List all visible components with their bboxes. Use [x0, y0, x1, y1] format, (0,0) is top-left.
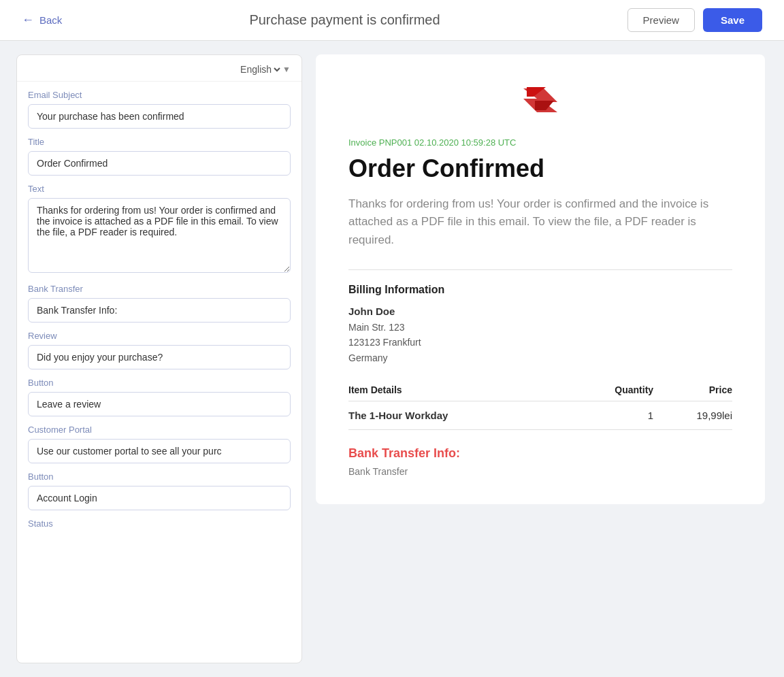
email-subject-field: Email Subject — [17, 82, 301, 129]
email-logo — [348, 82, 732, 116]
table-row: The 1-Hour Workday 1 19,99lei — [348, 401, 732, 430]
billing-address-line3: Germany — [348, 350, 732, 365]
item-qty: 1 — [568, 401, 653, 430]
item-price: 19,99lei — [653, 401, 732, 430]
back-arrow-icon: ← — [22, 13, 34, 27]
chevron-down-icon: ▼ — [282, 65, 291, 74]
customer-portal-field: Customer Portal — [17, 416, 301, 463]
customer-portal-input[interactable] — [28, 439, 291, 463]
invoice-reference: Invoice PNP001 02.10.2020 10:59:28 UTC — [348, 137, 732, 148]
email-body: Thanks for ordering from us! Your order … — [348, 195, 732, 249]
title-input[interactable] — [28, 151, 291, 176]
billing-section: Billing Information John Doe Main Str. 1… — [348, 269, 732, 365]
email-subject-label: Email Subject — [28, 90, 291, 100]
brand-logo-icon — [520, 82, 561, 116]
status-field: Status — [17, 510, 301, 529]
button-review-input[interactable] — [28, 392, 291, 416]
page-title: Purchase payment is confirmed — [249, 12, 440, 28]
bank-transfer-input[interactable] — [28, 298, 291, 323]
bank-transfer-field: Bank Transfer — [17, 276, 301, 323]
right-panel: Invoice PNP001 02.10.2020 10:59:28 UTC O… — [302, 54, 768, 663]
review-field: Review — [17, 323, 301, 369]
left-panel: English ▼ Email Subject Title Text Thank… — [16, 54, 302, 663]
button-account-label: Button — [28, 472, 291, 482]
topbar: ← Back Purchase payment is confirmed Pre… — [0, 0, 784, 41]
item-name: The 1-Hour Workday — [348, 401, 568, 430]
billing-title: Billing Information — [348, 284, 732, 296]
button-account-field: Button — [17, 463, 301, 510]
topbar-actions: Preview Save — [627, 8, 762, 32]
back-button[interactable]: ← Back — [22, 13, 62, 27]
text-textarea[interactable]: Thanks for ordering from us! Your order … — [28, 198, 291, 273]
bank-transfer-label: Bank Transfer — [28, 284, 291, 294]
billing-address: Main Str. 123 123123 Frankfurt Germany — [348, 320, 732, 365]
review-input[interactable] — [28, 345, 291, 369]
language-selector[interactable]: English ▼ — [17, 55, 301, 82]
button-review-field: Button — [17, 369, 301, 416]
bank-transfer-title: Bank Transfer Info: — [348, 446, 732, 461]
email-subject-input[interactable] — [28, 104, 291, 129]
status-label: Status — [28, 518, 291, 529]
col-quantity: Quantity — [568, 379, 653, 401]
billing-address-line2: 123123 Frankfurt — [348, 335, 732, 350]
title-field: Title — [17, 129, 301, 176]
email-main-title: Order Confirmed — [348, 154, 732, 183]
save-button[interactable]: Save — [703, 8, 762, 32]
billing-name: John Doe — [348, 306, 732, 317]
preview-button[interactable]: Preview — [627, 8, 695, 32]
col-item-details: Item Details — [348, 379, 568, 401]
col-price: Price — [653, 379, 732, 401]
email-preview-card: Invoice PNP001 02.10.2020 10:59:28 UTC O… — [316, 54, 765, 504]
items-table: Item Details Quantity Price The 1-Hour W… — [348, 379, 732, 430]
button-account-input[interactable] — [28, 486, 291, 510]
back-label: Back — [39, 14, 62, 26]
button-review-label: Button — [28, 378, 291, 388]
text-field: Text Thanks for ordering from us! Your o… — [17, 176, 301, 276]
language-dropdown[interactable]: English — [238, 63, 282, 76]
customer-portal-label: Customer Portal — [28, 425, 291, 435]
main-content: English ▼ Email Subject Title Text Thank… — [0, 41, 784, 677]
text-label: Text — [28, 184, 291, 194]
bank-transfer-section: Bank Transfer Info: Bank Transfer — [348, 446, 732, 477]
billing-address-line1: Main Str. 123 — [348, 320, 732, 335]
bank-transfer-body: Bank Transfer — [348, 466, 732, 477]
title-label: Title — [28, 137, 291, 147]
review-label: Review — [28, 331, 291, 341]
